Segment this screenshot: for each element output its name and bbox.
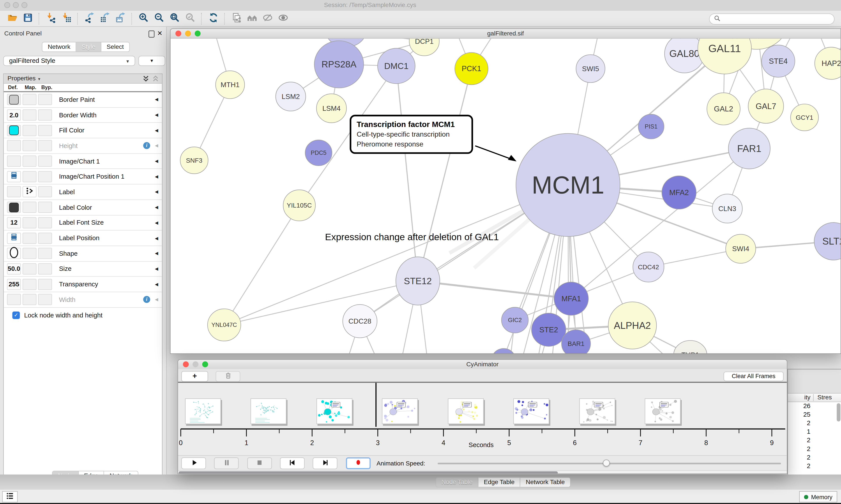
cyanimator-titlebar[interactable]: CyAnimator <box>178 360 787 370</box>
byp-cell[interactable] <box>38 248 52 259</box>
clear-all-frames-button[interactable]: Clear All Frames <box>723 372 784 381</box>
network-node-LSM2[interactable]: LSM2 <box>276 82 306 111</box>
table-row[interactable]: 2 <box>788 436 810 445</box>
expand-property-icon[interactable]: ◀ <box>155 282 158 287</box>
def-cell[interactable]: 12 <box>7 217 21 228</box>
property-row-image-chart-position-1[interactable]: Image/Chart Position 1◀ <box>4 169 162 184</box>
def-cell[interactable] <box>7 248 21 259</box>
map-cell[interactable] <box>22 263 37 274</box>
def-cell[interactable] <box>7 233 21 244</box>
network-edge[interactable] <box>418 69 471 281</box>
tab-style[interactable]: Style <box>76 42 101 52</box>
table-row[interactable]: 2 <box>788 445 810 454</box>
network-node-CLN3[interactable]: CLN3 <box>712 194 742 223</box>
map-cell[interactable] <box>22 171 37 182</box>
info-icon[interactable]: i <box>143 296 150 303</box>
network-node-ALPHA2[interactable]: ALPHA2 <box>608 302 656 349</box>
network-node-CDC42[interactable]: CDC42 <box>633 252 664 282</box>
network-node-SWI5[interactable]: SWI5 <box>576 55 605 83</box>
network-node-MTH1[interactable]: MTH1 <box>215 71 245 98</box>
network-node-PDC5[interactable]: PDC5 <box>305 140 332 166</box>
def-cell[interactable]: 50.0 <box>7 263 21 274</box>
network-node-STE2[interactable]: STE2 <box>532 313 566 346</box>
byp-cell[interactable] <box>38 217 52 228</box>
map-cell[interactable] <box>22 125 37 136</box>
expand-property-icon[interactable]: ◀ <box>155 220 158 225</box>
frame-thumbnail-3[interactable] <box>317 398 352 424</box>
expand-property-icon[interactable]: ◀ <box>155 97 158 102</box>
tab-network[interactable]: Network <box>42 42 76 52</box>
save-button[interactable] <box>20 11 35 25</box>
memory-button[interactable]: Memory <box>799 491 837 502</box>
network-node-HAP2[interactable]: HAP2 <box>815 47 841 79</box>
def-cell[interactable]: 2.0 <box>7 109 21 121</box>
network-node-CDC28[interactable]: CDC28 <box>343 305 377 338</box>
property-row-image-chart-1[interactable]: Image/Chart 1◀ <box>4 154 162 169</box>
expand-property-icon[interactable]: ◀ <box>155 297 158 302</box>
def-cell[interactable] <box>7 94 21 105</box>
expand-property-icon[interactable]: ◀ <box>155 128 158 133</box>
zoom-selected-button[interactable] <box>183 11 197 25</box>
network-node-BAR1[interactable]: BAR1 <box>561 330 590 354</box>
byp-cell[interactable] <box>38 125 52 136</box>
slider-knob[interactable] <box>603 460 610 467</box>
collapse-all-icon[interactable] <box>153 75 159 84</box>
task-history-button[interactable] <box>2 491 18 502</box>
def-cell[interactable] <box>7 294 21 305</box>
network-node-MCM1[interactable]: MCM1 <box>516 133 620 236</box>
def-cell[interactable] <box>7 140 21 151</box>
map-cell[interactable] <box>22 186 37 197</box>
table-column-stress[interactable]: Stres <box>817 394 832 400</box>
frame-thumbnail-4[interactable] <box>382 398 418 424</box>
network-node-MFA1[interactable]: MFA1 <box>554 282 589 315</box>
export-network-button[interactable] <box>82 11 96 25</box>
network-node-GAL7[interactable]: GAL7 <box>748 89 784 124</box>
window-traffic-lights[interactable] <box>4 2 28 8</box>
expand-property-icon[interactable]: ◀ <box>155 236 158 240</box>
float-panel-icon[interactable] <box>148 31 155 38</box>
export-image-button[interactable] <box>113 11 128 25</box>
zoom-out-button[interactable] <box>152 11 166 25</box>
property-row-border-width[interactable]: 2.0Border Width◀ <box>4 108 162 123</box>
table-row[interactable]: 26 <box>788 402 810 411</box>
byp-cell[interactable] <box>38 294 52 305</box>
tab-edge-table[interactable]: Edge Table <box>478 477 520 488</box>
byp-cell[interactable] <box>38 202 52 213</box>
play-button[interactable] <box>181 457 206 469</box>
tab-network-table[interactable]: Network Table <box>520 477 571 488</box>
property-row-label-position[interactable]: Label Position◀ <box>4 231 162 246</box>
def-cell[interactable] <box>7 171 21 182</box>
search-box[interactable] <box>709 13 835 24</box>
pause-button[interactable] <box>214 457 239 469</box>
network-edge[interactable] <box>396 66 418 281</box>
map-cell[interactable] <box>22 94 37 105</box>
byp-cell[interactable] <box>38 140 52 151</box>
timeline[interactable]: 0123456789 Seconds <box>178 383 787 455</box>
network-node-GAL11[interactable]: GAL11 <box>698 38 751 74</box>
network-node-STE4[interactable]: STE4 <box>762 45 795 77</box>
network-node-YNL047C[interactable]: YNL047C <box>208 309 241 341</box>
property-row-label-font-size[interactable]: 12Label Font Size◀ <box>4 215 162 231</box>
frame-thumbnail-1[interactable] <box>185 398 221 424</box>
network-node-GCY1[interactable]: GCY1 <box>791 104 819 131</box>
map-cell[interactable] <box>22 140 37 151</box>
table-row[interactable]: 1 <box>788 428 810 436</box>
property-row-height[interactable]: Heighti◀ <box>4 138 162 154</box>
byp-cell[interactable] <box>38 186 52 197</box>
property-row-border-paint[interactable]: Border Paint◀ <box>4 92 162 108</box>
byp-cell[interactable] <box>38 94 52 105</box>
info-icon[interactable]: i <box>143 142 150 149</box>
network-node-PIS1[interactable]: PIS1 <box>638 114 664 139</box>
network-edge[interactable] <box>224 281 418 325</box>
table-vertical-scrollbar[interactable] <box>837 403 840 472</box>
expand-property-icon[interactable]: ◀ <box>155 267 158 271</box>
byp-cell[interactable] <box>38 263 52 274</box>
property-row-shape[interactable]: Shape◀ <box>4 246 162 262</box>
map-cell[interactable] <box>22 233 37 244</box>
eye-button[interactable] <box>276 11 290 25</box>
expand-all-icon[interactable] <box>143 75 149 84</box>
close-panel-icon[interactable]: ✕ <box>157 30 162 37</box>
zoom-window-icon[interactable] <box>21 2 28 8</box>
expand-property-icon[interactable]: ◀ <box>155 251 158 256</box>
zoom-in-button[interactable] <box>136 11 151 25</box>
